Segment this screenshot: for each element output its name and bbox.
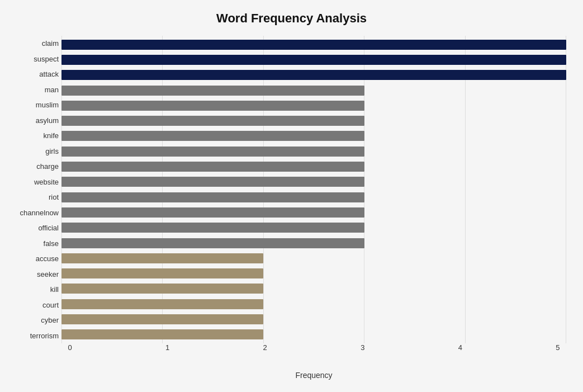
bar-riot — [61, 192, 364, 202]
bar-row-knife — [61, 130, 566, 142]
bar-asylum — [61, 116, 364, 126]
bar-row-terrorism — [61, 328, 566, 341]
y-label-official: official — [3, 222, 59, 234]
bar-row-cyber — [61, 313, 566, 325]
x-tick-0: 0 — [61, 343, 78, 352]
bar-kill — [61, 284, 263, 294]
y-label-claim: claim — [3, 37, 59, 50]
bar-row-suspect — [61, 54, 566, 66]
y-label-charge: charge — [3, 160, 59, 173]
bar-knife — [61, 131, 364, 141]
bar-row-muslim — [61, 100, 566, 112]
bar-row-asylum — [61, 115, 566, 127]
bar-claim — [61, 40, 566, 50]
bar-suspect — [61, 55, 566, 65]
x-axis: 012345 — [61, 343, 566, 360]
bar-row-false — [61, 237, 566, 249]
y-label-girls: girls — [3, 145, 59, 157]
y-label-muslim: muslim — [3, 99, 59, 111]
x-tick-2: 2 — [257, 343, 273, 352]
x-axis-label: Frequency — [295, 371, 332, 380]
bar-row-man — [61, 84, 566, 97]
chart-title: Word Frequency Analysis — [17, 11, 566, 26]
y-label-court: court — [3, 299, 59, 311]
bar-row-kill — [61, 282, 566, 295]
x-tick-3: 3 — [354, 343, 371, 352]
x-tick-1: 1 — [159, 343, 176, 352]
bar-terrorism — [61, 329, 263, 339]
bar-court — [61, 299, 263, 309]
bar-official — [61, 223, 364, 233]
y-label-channelnow: channelnow — [3, 206, 59, 219]
chart-container: Word Frequency Analysis claimsuspectatta… — [0, 0, 583, 392]
bar-row-website — [61, 176, 566, 188]
y-label-accuse: accuse — [3, 253, 59, 265]
y-label-man: man — [3, 83, 59, 96]
bar-attack — [61, 70, 566, 80]
y-label-knife: knife — [3, 130, 59, 142]
bar-row-riot — [61, 191, 566, 204]
x-tick-4: 4 — [452, 343, 468, 352]
bar-false — [61, 238, 364, 248]
y-label-cyber: cyber — [3, 314, 59, 327]
bars-section — [61, 36, 566, 343]
bar-row-girls — [61, 145, 566, 158]
bar-muslim — [61, 101, 364, 111]
x-tick-5: 5 — [549, 343, 566, 352]
y-label-attack: attack — [3, 68, 59, 81]
bar-channelnow — [61, 207, 364, 218]
bar-girls — [61, 147, 364, 157]
bar-row-channelnow — [61, 206, 566, 219]
bar-row-accuse — [61, 252, 566, 265]
chart-area: claimsuspectattackmanmuslimasylumknifegi… — [61, 36, 566, 360]
y-label-seeker: seeker — [3, 268, 59, 280]
bar-accuse — [61, 253, 263, 263]
bar-row-attack — [61, 69, 566, 81]
y-label-suspect: suspect — [3, 53, 59, 65]
bar-row-charge — [61, 160, 566, 173]
y-label-false: false — [3, 237, 59, 249]
y-labels: claimsuspectattackmanmuslimasylumknifegi… — [3, 36, 59, 343]
y-label-asylum: asylum — [3, 114, 59, 126]
bar-website — [61, 177, 364, 187]
y-label-terrorism: terrorism — [3, 329, 59, 342]
bar-row-claim — [61, 39, 566, 51]
bar-row-court — [61, 298, 566, 310]
y-label-kill: kill — [3, 284, 59, 296]
bar-cyber — [61, 314, 263, 324]
bar-row-seeker — [61, 267, 566, 280]
bar-row-official — [61, 221, 566, 234]
bar-seeker — [61, 268, 263, 278]
bar-charge — [61, 162, 364, 172]
y-label-riot: riot — [3, 191, 59, 204]
y-label-website: website — [3, 176, 59, 188]
bar-man — [61, 86, 364, 96]
